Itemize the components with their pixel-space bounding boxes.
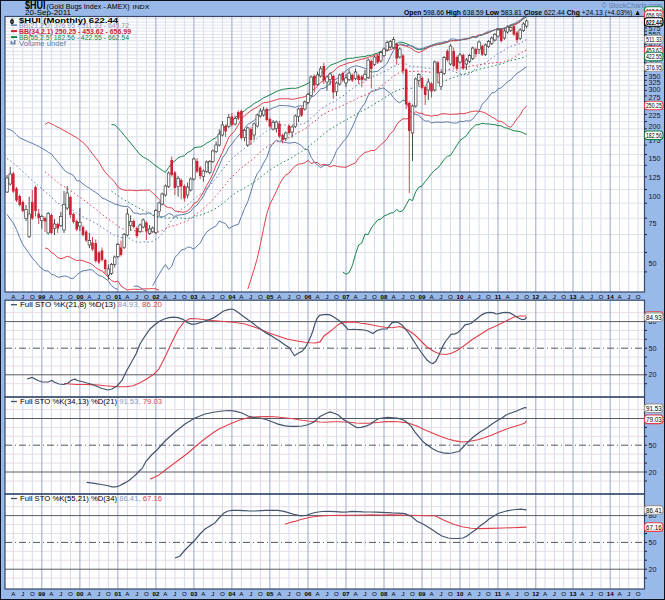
svg-text:250.25: 250.25 (646, 102, 662, 109)
svg-text:02: 02 (152, 293, 159, 300)
svg-text:J: J (401, 590, 404, 597)
svg-text:J: J (97, 590, 100, 597)
svg-text:O: O (258, 293, 263, 300)
svg-text:50: 50 (649, 260, 657, 267)
svg-text:O: O (561, 293, 566, 300)
svg-text:07: 07 (343, 590, 350, 597)
svg-text:J: J (590, 293, 593, 300)
svg-text:01: 01 (114, 293, 121, 300)
svg-text:06: 06 (305, 293, 312, 300)
svg-text:50: 50 (649, 539, 657, 546)
svg-text:O: O (30, 293, 35, 300)
svg-text:J: J (135, 590, 138, 597)
svg-text:O: O (296, 590, 301, 597)
svg-text:00: 00 (76, 293, 83, 300)
svg-text:O: O (524, 293, 529, 300)
svg-text:O: O (182, 590, 187, 597)
svg-text:J: J (59, 293, 62, 300)
svg-text:275: 275 (649, 94, 661, 101)
svg-text:04: 04 (228, 293, 235, 300)
svg-text:J: J (173, 590, 176, 597)
svg-text:O: O (372, 590, 377, 597)
svg-text:422.55: 422.55 (646, 53, 662, 60)
svg-text:08: 08 (381, 590, 388, 597)
svg-text:75: 75 (649, 220, 657, 227)
svg-text:06: 06 (305, 590, 312, 597)
svg-text:O: O (561, 590, 566, 597)
svg-text:91.53: 91.53 (646, 405, 662, 412)
svg-text:100: 100 (649, 193, 661, 200)
svg-text:O: O (182, 293, 187, 300)
svg-text:11: 11 (495, 293, 502, 300)
svg-text:79.03: 79.03 (646, 416, 662, 423)
svg-text:O: O (486, 293, 491, 300)
svg-text:J: J (325, 293, 328, 300)
svg-text:J: J (515, 293, 518, 300)
svg-text:02: 02 (152, 590, 159, 597)
svg-text:J: J (627, 293, 630, 300)
svg-text:04: 04 (228, 590, 235, 597)
svg-text:J: J (363, 293, 366, 300)
svg-text:O: O (220, 590, 225, 597)
svg-text:622.44: 622.44 (646, 19, 662, 26)
svg-text:O: O (334, 590, 339, 597)
svg-text:O: O (448, 590, 453, 597)
svg-text:O: O (598, 293, 603, 300)
svg-text:Volume undef: Volume undef (19, 40, 66, 47)
svg-text:150: 150 (649, 155, 661, 162)
svg-text:J: J (97, 293, 100, 300)
svg-text:O: O (524, 590, 529, 597)
svg-text:01: 01 (114, 590, 121, 597)
svg-text:14: 14 (607, 293, 614, 300)
svg-text:J: J (287, 293, 290, 300)
svg-text:O: O (220, 293, 225, 300)
svg-text:200: 200 (649, 123, 661, 130)
svg-text:125: 125 (649, 174, 661, 181)
svg-text:O: O (410, 590, 415, 597)
svg-text:Full STO %K(21,8) %D(13) 84.93: Full STO %K(21,8) %D(13) 84.93, 86.20 (20, 301, 162, 309)
svg-text:13: 13 (570, 293, 577, 300)
svg-text:J: J (173, 293, 176, 300)
svg-text:O: O (486, 590, 491, 597)
svg-text:50: 50 (649, 345, 657, 352)
svg-text:99: 99 (38, 293, 45, 300)
svg-text:05: 05 (266, 293, 273, 300)
svg-text:J: J (59, 590, 62, 597)
svg-text:13: 13 (570, 590, 577, 597)
svg-text:J: J (325, 590, 328, 597)
svg-text:O: O (144, 590, 149, 597)
svg-text:O: O (410, 293, 415, 300)
svg-text:J: J (627, 590, 630, 597)
svg-text:J: J (439, 293, 442, 300)
svg-text:03: 03 (190, 293, 197, 300)
svg-text:O: O (334, 293, 339, 300)
svg-text:J: J (439, 590, 442, 597)
svg-text:10: 10 (457, 293, 464, 300)
svg-text:O: O (68, 590, 73, 597)
svg-text:09: 09 (419, 293, 426, 300)
svg-text:J: J (287, 590, 290, 597)
svg-text:67.16: 67.16 (646, 524, 662, 531)
svg-text:86.41: 86.41 (646, 507, 662, 514)
svg-text:O: O (258, 590, 263, 597)
svg-text:O: O (636, 293, 641, 300)
svg-text:J: J (21, 293, 24, 300)
svg-text:12: 12 (532, 293, 539, 300)
svg-text:J: J (21, 590, 24, 597)
svg-text:03: 03 (190, 590, 197, 597)
svg-text:07: 07 (343, 293, 350, 300)
svg-text:O: O (636, 590, 641, 597)
svg-text:J: J (249, 293, 252, 300)
svg-text:J: J (477, 590, 480, 597)
svg-text:J: J (401, 293, 404, 300)
svg-text:05: 05 (266, 590, 273, 597)
svg-text:09: 09 (419, 590, 426, 597)
svg-text:12: 12 (532, 590, 539, 597)
svg-text:O: O (106, 590, 111, 597)
svg-text:O: O (144, 293, 149, 300)
svg-text:O: O (68, 293, 73, 300)
svg-text:20: 20 (649, 371, 657, 378)
svg-text:O: O (372, 293, 377, 300)
svg-text:20: 20 (649, 469, 657, 476)
svg-text:511.33: 511.33 (646, 36, 662, 43)
